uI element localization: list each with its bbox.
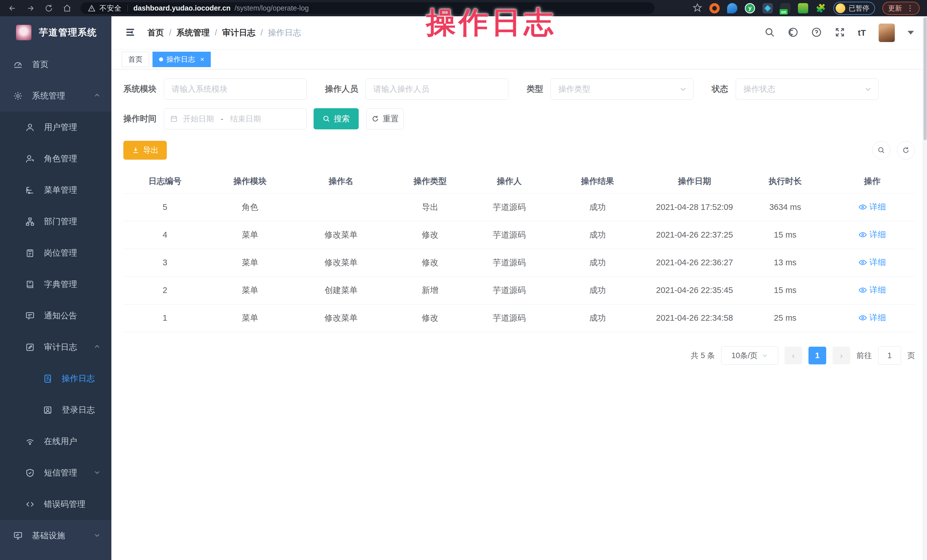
user-avatar[interactable]	[878, 23, 895, 42]
org-chart-icon	[25, 217, 35, 226]
breadcrumb-home[interactable]: 首页	[147, 27, 164, 39]
extension-pin-icon[interactable]	[727, 3, 737, 14]
status-select[interactable]: 操作状态	[736, 79, 878, 100]
sidebar-item-users[interactable]: 用户管理	[0, 112, 111, 143]
code-icon	[25, 499, 35, 509]
tab-label: 首页	[128, 55, 143, 64]
sidebar-item-roles[interactable]: 角色管理	[0, 143, 111, 175]
cell-type: 新增	[389, 276, 472, 304]
refresh-table-button[interactable]	[897, 141, 915, 159]
page-scrollbar[interactable]	[923, 16, 927, 560]
cell-date: 2021-04-28 17:52:09	[648, 193, 741, 221]
extension-ublock-icon[interactable]	[710, 3, 720, 14]
cell-date: 2021-04-26 22:34:58	[648, 304, 741, 332]
github-icon[interactable]	[788, 27, 798, 39]
sidebar-item-infra[interactable]: 基础设施	[0, 520, 111, 551]
extension-green-icon[interactable]: y	[745, 3, 755, 14]
sidebar-item-devtools[interactable]: 研发工具	[0, 551, 111, 560]
fullscreen-icon[interactable]	[834, 27, 845, 39]
cell-name: 修改菜单	[293, 221, 389, 249]
sidebar-item-system[interactable]: 系统管理	[0, 80, 111, 112]
detail-link[interactable]: 详细	[859, 201, 886, 213]
detail-link[interactable]: 详细	[859, 284, 886, 296]
chevron-down-icon	[865, 85, 872, 93]
app-logo-row[interactable]: 芋道管理系统	[0, 16, 111, 49]
profile-paused-pill[interactable]: 已暂停	[833, 2, 875, 15]
home-icon[interactable]	[62, 3, 72, 13]
page-size-select[interactable]: 10条/页	[721, 346, 778, 365]
caret-down-icon[interactable]	[907, 31, 914, 35]
browser-menu-icon[interactable]: ⋮	[906, 6, 914, 11]
close-icon[interactable]: ×	[200, 55, 204, 64]
forward-icon[interactable]	[26, 3, 35, 13]
extensions-puzzle-icon[interactable]: 🧩	[816, 3, 826, 14]
operator-input[interactable]	[366, 79, 508, 100]
start-date-placeholder: 开始日期	[183, 114, 214, 124]
extension-evernote-icon[interactable]	[798, 3, 808, 14]
sidebar-item-label: 操作日志	[62, 373, 95, 384]
tab-operate-log[interactable]: 操作日志 ×	[152, 52, 211, 67]
export-button[interactable]: 导出	[123, 141, 167, 159]
sidebar-item-menus[interactable]: 菜单管理	[0, 175, 111, 206]
detail-link[interactable]: 详细	[859, 312, 886, 323]
sidebar-item-operate-log[interactable]: 操作日志	[0, 363, 111, 395]
page-content: 系统模块 操作人员 类型 操作类型 状态	[111, 70, 927, 365]
detail-link-label: 详细	[869, 201, 886, 213]
extension-switch-icon[interactable]: on	[780, 3, 790, 14]
chrome-update-button[interactable]: 更新 ⋮	[883, 2, 919, 15]
chevron-down-icon	[94, 531, 100, 540]
cell-duration: 15 ms	[741, 276, 829, 304]
cell-module: 菜单	[207, 221, 293, 249]
tab-home[interactable]: 首页	[122, 52, 149, 67]
app-title: 芋道管理系统	[39, 26, 97, 39]
sidebar-item-dict[interactable]: 字典管理	[0, 269, 111, 300]
breadcrumb-system[interactable]: 系统管理	[176, 27, 210, 39]
sidebar-item-login-log[interactable]: 登录日志	[0, 395, 111, 426]
font-size-icon[interactable]: tT	[858, 28, 866, 38]
detail-link[interactable]: 详细	[859, 257, 886, 268]
extension-diamond-icon[interactable]	[763, 3, 773, 14]
sidebar-item-posts[interactable]: 岗位管理	[0, 237, 111, 269]
search-icon	[877, 146, 885, 154]
bookmark-star-icon[interactable]	[693, 3, 702, 14]
sidebar-item-depts[interactable]: 部门管理	[0, 206, 111, 237]
scrollbar-thumb[interactable]	[924, 17, 927, 140]
chevron-up-icon	[94, 91, 100, 101]
toggle-search-button[interactable]	[872, 141, 891, 159]
annotation-overlay-text: 操作日志	[426, 3, 556, 43]
search-button[interactable]: 搜索	[313, 108, 359, 129]
sidebar-item-label: 菜单管理	[44, 185, 77, 196]
sidebar-item-online-users[interactable]: 在线用户	[0, 426, 111, 457]
breadcrumb-audit[interactable]: 审计日志	[222, 27, 255, 39]
search-icon[interactable]	[764, 27, 775, 39]
next-page-button[interactable]: ›	[833, 347, 850, 364]
sidebar-item-home[interactable]: 首页	[0, 49, 111, 80]
sidebar-item-error-codes[interactable]: 错误码管理	[0, 489, 111, 520]
chevron-down-icon	[761, 352, 768, 359]
eye-icon	[859, 286, 867, 294]
sidebar-item-notices[interactable]: 通知公告	[0, 300, 111, 332]
help-icon[interactable]	[811, 27, 822, 39]
current-page[interactable]: 1	[808, 347, 826, 364]
col-header: 执行时长	[741, 169, 829, 193]
time-label: 操作时间	[123, 113, 157, 124]
tags-view-bar: 首页 操作日志 ×	[111, 49, 927, 70]
sidebar-collapse-icon[interactable]	[125, 27, 136, 39]
detail-link[interactable]: 详细	[859, 229, 886, 240]
date-range-picker[interactable]: 开始日期 - 结束日期	[164, 108, 307, 129]
module-input[interactable]	[164, 79, 307, 100]
sidebar-item-sms[interactable]: 短信管理	[0, 457, 111, 489]
url-host: dashboard.yudao.iocoder.cn	[133, 4, 231, 12]
reload-icon[interactable]	[44, 3, 54, 13]
cell-id: 4	[123, 221, 207, 249]
back-icon[interactable]	[8, 3, 17, 13]
address-bar[interactable]: 不安全 dashboard.yudao.iocoder.cn /system/l…	[81, 2, 655, 14]
reset-button[interactable]: 重置	[366, 108, 404, 129]
sidebar-item-label: 短信管理	[44, 467, 77, 479]
goto-page-input[interactable]	[878, 346, 901, 365]
sidebar-item-label: 用户管理	[44, 121, 77, 133]
type-select[interactable]: 操作类型	[551, 79, 693, 100]
prev-page-button[interactable]: ‹	[784, 347, 802, 364]
cell-operator: 芋道源码	[472, 276, 547, 304]
sidebar-item-audit-log[interactable]: 审计日志	[0, 332, 111, 363]
